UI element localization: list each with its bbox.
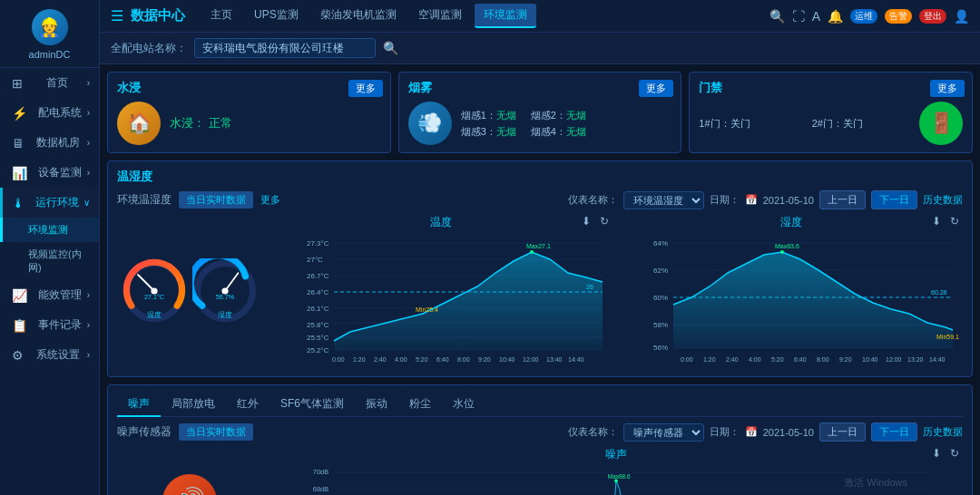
bell-icon[interactable]: 🔔 [828, 9, 843, 24]
sidebar-item-environment[interactable]: 🌡 运行环境 ∨ [0, 188, 99, 218]
tab-dust[interactable]: 粉尘 [398, 393, 442, 417]
noise-history-link[interactable]: 历史数据 [923, 425, 963, 439]
svg-point-56 [780, 250, 784, 254]
svg-text:12:00: 12:00 [886, 356, 902, 363]
topbar-icons: 🔍 ⛶ A 🔔 运维 告警 登出 👤 [769, 9, 969, 24]
tab-water-level[interactable]: 水位 [442, 393, 485, 417]
station-input[interactable] [194, 38, 376, 58]
th-controls: 环境温湿度 当日实时数据 更多 仪表名称： 环境温湿度 日期： 📅 2021-0… [117, 190, 963, 209]
humid-chart-svg: 64% 62% 60% 58% 56% 60.28 [620, 232, 963, 368]
events-icon: 📋 [12, 318, 27, 333]
th-more-button[interactable]: 更多 [260, 193, 280, 207]
chevron-icon: › [87, 78, 90, 88]
chevron-icon-energy: › [87, 290, 90, 300]
history-link[interactable]: 历史数据 [923, 193, 963, 207]
temp-humid-section: 温湿度 环境温湿度 当日实时数据 更多 仪表名称： 环境温湿度 日期： 📅 20… [107, 160, 973, 377]
energy-icon: 📈 [12, 288, 27, 303]
sidebar-label-equipment: 设备监测 [38, 165, 82, 180]
sidebar-item-events[interactable]: 📋 事件记录 › [0, 310, 99, 340]
svg-text:5:20: 5:20 [771, 356, 784, 363]
sidebar-label-environment: 运行环境 [35, 195, 79, 210]
environment-icon: 🌡 [12, 196, 24, 210]
smoke-item-4: 烟感4：无烟 [531, 125, 586, 139]
svg-text:2:40: 2:40 [374, 356, 387, 363]
noise-controls: 噪声传感器 当日实时数据 仪表名称： 噪声传感器 日期： 📅 2021-05-1… [117, 422, 963, 442]
noise-prev-day-button[interactable]: 上一日 [819, 422, 866, 442]
search-icon[interactable]: 🔍 [769, 9, 785, 24]
humid-gauge: 湿度 56.7% [192, 258, 258, 326]
svg-text:Max27.1: Max27.1 [526, 243, 551, 249]
humid-download-icon[interactable]: ⬇ [932, 215, 941, 228]
humid-chart-title: 湿度 [620, 215, 963, 230]
tab-partial-discharge[interactable]: 局部放电 [161, 393, 226, 417]
svg-text:27.1°C: 27.1°C [144, 293, 164, 301]
fullscreen-icon[interactable]: ⛶ [792, 9, 805, 24]
chevron-icon-equipment: › [87, 168, 90, 178]
sensor-select[interactable]: 环境温湿度 [623, 191, 704, 209]
tab-noise[interactable]: 噪声 [117, 393, 161, 417]
tab-infrared[interactable]: 红外 [226, 393, 270, 417]
th-controls-right: 仪表名称： 环境温湿度 日期： 📅 2021-05-10 上一日 下一日 历史数… [568, 190, 963, 209]
th-tag: 当日实时数据 [179, 191, 253, 209]
tab-vibration[interactable]: 振动 [355, 393, 398, 417]
sidebar-item-power[interactable]: ⚡ 配电系统 › [0, 98, 99, 128]
tab-ac[interactable]: 空调监测 [409, 4, 471, 28]
smoke-icon: 💨 [408, 102, 452, 145]
svg-text:8:00: 8:00 [817, 356, 829, 363]
sidebar-item-equipment[interactable]: 📊 设备监测 › [0, 158, 99, 188]
svg-text:25.8°C: 25.8°C [307, 321, 329, 329]
svg-point-83 [614, 480, 618, 483]
svg-text:4:00: 4:00 [749, 356, 761, 363]
sidebar-item-datacenter[interactable]: 🖥 数据机房 › [0, 128, 99, 158]
noise-date-value: 2021-05-10 [763, 427, 814, 438]
calendar-icon: 📅 [745, 194, 758, 206]
smoke-content: 💨 烟感1：无烟 烟感2：无烟 烟感3：无烟 烟感4：无烟 [408, 102, 672, 145]
noise-refresh-icon[interactable]: ↻ [950, 447, 959, 460]
noise-controls-right: 仪表名称： 噪声传感器 日期： 📅 2021-05-10 上一日 下一日 历史数… [568, 422, 963, 442]
svg-text:60%: 60% [653, 294, 668, 302]
charts-row: 温度 27.1°C [117, 215, 963, 369]
tab-ups[interactable]: UPS监测 [245, 4, 308, 28]
tab-home[interactable]: 主页 [201, 4, 241, 28]
smoke-item-3: 烟感3：无烟 [461, 125, 516, 139]
smoke-more-button[interactable]: 更多 [639, 80, 673, 97]
humid-chart-area: 湿度 ⬇ ↻ 64% 62% 60% 58% 56% [620, 215, 963, 369]
noise-date-label: 日期： [710, 425, 740, 439]
station-search-button[interactable]: 🔍 [383, 41, 398, 55]
temp-download-icon[interactable]: ⬇ [582, 215, 591, 228]
sidebar-subitem-env-monitor[interactable]: 环境监测 [0, 218, 99, 242]
temp-gauge: 温度 27.1°C [122, 258, 187, 326]
sidebar-item-home[interactable]: ⊞ 首页 › [0, 68, 99, 98]
noise-calendar-icon: 📅 [745, 426, 758, 438]
sidebar-item-energy[interactable]: 📈 能效管理 › [0, 280, 99, 310]
temp-chart-title: 温度 [270, 215, 612, 230]
tab-sf6[interactable]: SF6气体监测 [270, 393, 355, 417]
svg-text:56%: 56% [653, 344, 668, 352]
tab-environment[interactable]: 环境监测 [475, 4, 536, 28]
tab-diesel[interactable]: 柴油发电机监测 [311, 4, 406, 28]
sidebar-item-settings[interactable]: ⚙ 系统设置 › [0, 340, 99, 370]
svg-text:12:00: 12:00 [523, 356, 539, 363]
water-more-button[interactable]: 更多 [348, 80, 383, 97]
noise-sensor-select[interactable]: 噪声传感器 [623, 423, 704, 442]
user-icon[interactable]: 👤 [954, 9, 969, 24]
noise-download-icon[interactable]: ⬇ [932, 447, 941, 460]
hamburger-icon[interactable]: ☰ [111, 7, 123, 24]
noise-left: 🔊 噪声：65.4dB [117, 447, 262, 495]
next-day-button[interactable]: 下一日 [871, 190, 917, 209]
svg-text:2:40: 2:40 [726, 356, 739, 363]
door-item-2: 2#门：关门 [812, 117, 910, 131]
door-more-button[interactable]: 更多 [930, 80, 965, 97]
font-icon[interactable]: A [812, 9, 820, 24]
water-status-text: 水浸： 正常 [170, 116, 232, 130]
gauges-column: 温度 27.1°C [117, 215, 262, 369]
temp-refresh-icon[interactable]: ↻ [600, 215, 609, 228]
water-icon: 🏠 [117, 102, 161, 145]
prev-day-button[interactable]: 上一日 [819, 190, 866, 209]
humid-refresh-icon[interactable]: ↻ [950, 215, 959, 228]
noise-next-day-button[interactable]: 下一日 [871, 422, 917, 442]
svg-text:26.1°C: 26.1°C [307, 305, 329, 313]
temp-gauge-svg: 温度 27.1°C [122, 258, 187, 324]
sidebar-subitem-video[interactable]: 视频监控(内网) [0, 242, 99, 280]
svg-text:14:40: 14:40 [568, 356, 584, 363]
